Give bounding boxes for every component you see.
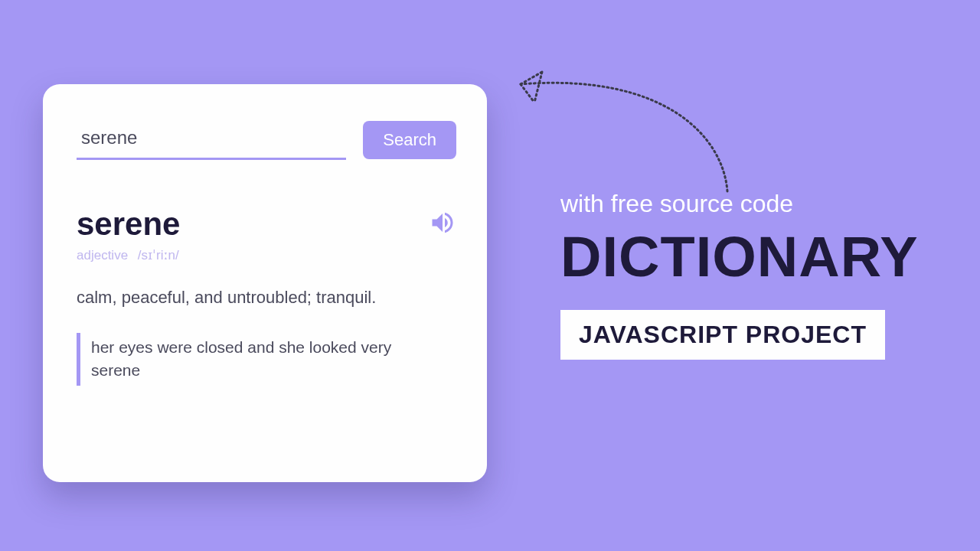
pronunciation: /sɪˈriːn/ — [138, 248, 179, 262]
part-of-speech: adjective — [77, 248, 128, 262]
audio-icon[interactable] — [429, 209, 456, 240]
search-button[interactable]: Search — [363, 121, 456, 159]
dictionary-card: Search serene adjective /sɪˈriːn/ calm, … — [43, 84, 487, 482]
definition-text: calm, peaceful, and untroubled; tranquil… — [77, 286, 456, 310]
word-heading: serene — [77, 206, 180, 243]
promo-title: DICTIONARY — [560, 229, 966, 285]
search-row: Search — [77, 121, 456, 160]
word-row: serene — [77, 206, 456, 243]
example-sentence: her eyes were closed and she looked very… — [77, 333, 398, 386]
word-meta: adjective /sɪˈriːn/ — [77, 247, 456, 263]
promo-block: with free source code DICTIONARY JAVASCR… — [560, 190, 966, 360]
arrow-icon — [498, 61, 743, 207]
promo-badge: JAVASCRIPT PROJECT — [560, 310, 885, 360]
search-input[interactable] — [77, 121, 346, 160]
promo-subtitle: with free source code — [560, 190, 966, 218]
promo-badge-text: JAVASCRIPT PROJECT — [579, 321, 867, 348]
